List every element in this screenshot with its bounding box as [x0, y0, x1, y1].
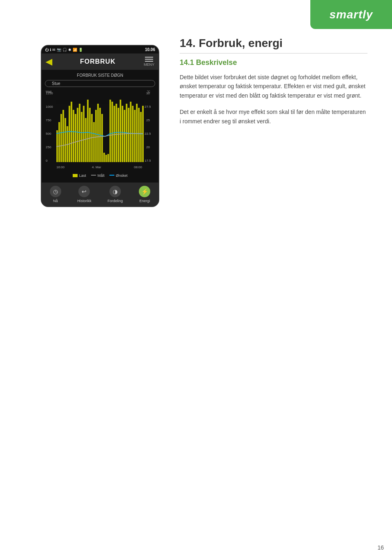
energi-label: Energi	[139, 199, 150, 203]
svg-rect-25	[77, 108, 78, 162]
smartly-logo: smartly	[330, 8, 373, 21]
svg-rect-52	[132, 106, 134, 162]
na-label: Nå	[53, 199, 58, 203]
legend-last-color	[73, 174, 78, 177]
svg-text:20: 20	[146, 145, 150, 149]
svg-rect-54	[136, 104, 138, 162]
chart-title: FORBRUK SISTE DØGN	[45, 73, 155, 78]
svg-rect-45	[118, 108, 119, 162]
svg-rect-50	[128, 108, 129, 162]
svg-rect-28	[83, 106, 85, 162]
svg-rect-35	[97, 104, 99, 162]
svg-text:0: 0	[46, 159, 48, 163]
description-paragraph-1: Dette bildet viser forbruket det siste d…	[180, 73, 368, 100]
legend-malt-color	[91, 175, 96, 176]
bottom-nav: ◷ Nå ↩ Historikk ◑ Fordeling ⚡ Energi	[42, 183, 158, 206]
room-button[interactable]: Stue	[45, 80, 155, 87]
svg-rect-18	[62, 110, 64, 162]
svg-rect-31	[89, 108, 91, 162]
svg-text:16:00: 16:00	[56, 165, 65, 169]
svg-rect-43	[114, 106, 115, 162]
svg-rect-46	[120, 100, 121, 162]
svg-rect-53	[134, 110, 136, 162]
legend-onsket-color	[109, 175, 114, 176]
svg-rect-38	[103, 153, 105, 162]
fordeling-icon: ◑	[109, 186, 121, 197]
section-title: 14. Forbruk, energi	[180, 37, 368, 53]
svg-rect-33	[93, 122, 95, 162]
svg-rect-55	[138, 108, 140, 162]
svg-rect-51	[130, 102, 131, 162]
svg-rect-39	[105, 155, 107, 162]
nav-item-na[interactable]: ◷ Nå	[50, 186, 61, 203]
svg-text:250: 250	[46, 145, 51, 149]
chart-area: 1250 1000 750 500 250 0 Watt 30 27.5 25 …	[45, 89, 155, 171]
svg-rect-56	[140, 112, 142, 162]
svg-rect-42	[111, 102, 113, 162]
svg-text:Watt: Watt	[46, 90, 51, 93]
legend-last: Last	[73, 174, 86, 178]
subsection-title: 14.1 Beskrivelse	[180, 58, 368, 67]
nav-item-fordeling[interactable]: ◑ Fordeling	[107, 186, 123, 203]
svg-text:25: 25	[146, 118, 150, 122]
app-screen-title: FORBRUK	[80, 58, 116, 65]
page-number: 16	[377, 544, 384, 551]
legend-onsket: Ønsket	[109, 174, 128, 178]
text-content: 14. Forbruk, energi 14.1 Beskrivelse Det…	[180, 37, 368, 126]
svg-rect-17	[60, 114, 62, 162]
svg-rect-40	[107, 154, 109, 162]
historikk-label: Historikk	[77, 199, 91, 203]
svg-text:08:00: 08:00	[134, 165, 143, 169]
svg-text:1000: 1000	[46, 105, 53, 109]
svg-rect-16	[58, 122, 60, 162]
svg-rect-44	[116, 104, 117, 162]
status-icons: ⏻ℹ✉📷 🎧✱📶🔋	[45, 48, 83, 52]
nav-item-historikk[interactable]: ↩ Historikk	[77, 186, 91, 203]
svg-rect-24	[75, 114, 76, 162]
menu-label: MENY	[144, 62, 154, 67]
svg-rect-48	[124, 110, 125, 162]
phone-mockup: ⏻ℹ✉📷 🎧✱📶🔋 10.06 ◀ FORBRUK MENY FORBRUK	[41, 45, 163, 207]
legend-last-label: Last	[79, 174, 86, 178]
menu-button[interactable]: MENY	[144, 57, 154, 67]
svg-rect-30	[87, 100, 89, 162]
svg-rect-27	[81, 112, 82, 162]
logo-bar: smartly	[310, 0, 392, 29]
status-bar: ⏻ℹ✉📷 🎧✱📶🔋 10.06	[42, 46, 158, 53]
svg-rect-37	[101, 114, 103, 162]
legend-malt: Målt	[91, 174, 105, 178]
svg-rect-21	[69, 106, 70, 162]
svg-text:°C: °C	[147, 90, 150, 93]
na-icon: ◷	[50, 186, 61, 197]
svg-rect-41	[109, 100, 111, 162]
chart-section: FORBRUK SISTE DØGN Stue 1250 1000 750 50…	[42, 70, 158, 183]
svg-text:27.5: 27.5	[145, 105, 151, 109]
historikk-icon: ↩	[78, 186, 90, 197]
svg-rect-29	[85, 118, 87, 162]
legend-malt-label: Målt	[98, 174, 105, 178]
back-arrow-icon[interactable]: ◀	[46, 57, 52, 67]
svg-rect-34	[95, 110, 97, 162]
fordeling-label: Fordeling	[107, 199, 123, 203]
nav-item-energi[interactable]: ⚡ Energi	[139, 186, 150, 203]
svg-text:500: 500	[46, 132, 51, 136]
legend-onsket-label: Ønsket	[116, 174, 128, 178]
svg-rect-23	[73, 110, 74, 162]
energi-icon: ⚡	[139, 186, 150, 197]
svg-text:750: 750	[46, 118, 51, 122]
app-nav-bar: ◀ FORBRUK MENY	[42, 53, 158, 70]
chart-legend: Last Målt Ønsket	[45, 171, 155, 179]
chart-svg: 1250 1000 750 500 250 0 Watt 30 27.5 25 …	[45, 89, 155, 171]
svg-rect-26	[79, 104, 80, 162]
svg-text:4. Mar: 4. Mar	[92, 165, 101, 169]
status-time: 10.06	[145, 47, 155, 52]
description-paragraph-2: Det er enkelt å se hvor mye effekt som s…	[180, 107, 368, 126]
svg-text:22.5: 22.5	[145, 132, 151, 136]
svg-text:17.5: 17.5	[145, 159, 151, 163]
svg-rect-19	[65, 118, 66, 162]
